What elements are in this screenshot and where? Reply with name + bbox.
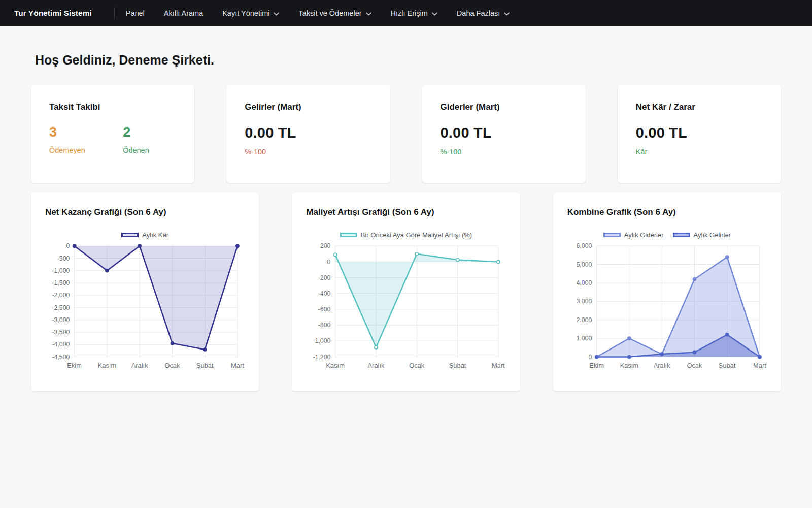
charts-row: Net Kazanç Grafiği (Son 6 Ay) Aylık Kâr … <box>31 192 781 391</box>
unpaid-label: Ödemeyen <box>49 146 123 154</box>
svg-text:Ekim: Ekim <box>67 362 82 369</box>
svg-text:0: 0 <box>66 242 70 249</box>
card-taksit-takibi: Taksit Takibi 3 Ödemeyen 2 Ödenen <box>31 85 194 183</box>
line-chart: -1,200-1,000-800-600-400-2000200KasımAra… <box>306 242 505 375</box>
svg-text:0: 0 <box>327 259 331 266</box>
legend-item[interactable]: Aylık Giderler <box>603 231 664 239</box>
chevron-down-icon <box>432 12 437 16</box>
chart-legend: Bir Önceki Aya Göre Maliyet Artışı (%) <box>306 231 505 239</box>
giderler-delta: %-100 <box>441 148 567 156</box>
legend-swatch <box>603 233 621 237</box>
chart-legend: Aylık Kâr <box>45 231 245 239</box>
card-title: Taksit Takibi <box>49 102 176 112</box>
chart-card-maliyet-artisi: Maliyet Artışı Grafiği (Son 6 Ay) Bir Ön… <box>292 192 520 391</box>
card-title: Giderler (Mart) <box>441 102 567 112</box>
svg-text:Mart: Mart <box>492 362 505 369</box>
svg-text:-1,000: -1,000 <box>52 267 70 274</box>
line-chart: 01,0002,0003,0004,0005,0006,000EkimKasım… <box>567 242 767 375</box>
svg-text:Mart: Mart <box>231 362 244 369</box>
nav-item-kayıt-yönetimi[interactable]: Kayıt Yönetimi <box>222 9 279 17</box>
svg-text:6,000: 6,000 <box>576 242 592 249</box>
svg-text:Ocak: Ocak <box>164 362 180 369</box>
svg-text:Şubat: Şubat <box>719 362 736 369</box>
legend-item[interactable]: Aylık Gelirler <box>673 231 731 239</box>
svg-text:-2,500: -2,500 <box>52 304 70 311</box>
svg-text:Ekim: Ekim <box>589 362 604 369</box>
chart-title: Kombine Grafik (Son 6 Ay) <box>567 207 767 217</box>
nav-item-taksit-ve-ödemeler[interactable]: Taksit ve Ödemeler <box>298 9 371 17</box>
svg-text:Şubat: Şubat <box>449 362 466 369</box>
svg-text:1,000: 1,000 <box>576 335 592 342</box>
svg-text:0: 0 <box>588 354 592 361</box>
svg-text:-4,000: -4,000 <box>52 341 70 348</box>
svg-text:Kasım: Kasım <box>98 362 116 369</box>
svg-text:Aralık: Aralık <box>653 362 670 369</box>
chart-card-net-kazanc: Net Kazanç Grafiği (Son 6 Ay) Aylık Kâr … <box>31 192 259 391</box>
nav-item-label: Daha Fazlası <box>457 9 500 17</box>
welcome-heading: Hoş Geldiniz, Deneme Şirketi. <box>35 53 781 68</box>
legend-item[interactable]: Aylık Kâr <box>121 231 168 239</box>
chevron-down-icon <box>366 12 371 16</box>
legend-swatch <box>121 233 139 237</box>
svg-text:5,000: 5,000 <box>576 261 592 268</box>
chart-title: Maliyet Artışı Grafiği (Son 6 Ay) <box>306 207 505 217</box>
legend-label: Aylık Giderler <box>624 231 664 239</box>
nav-divider <box>114 8 115 19</box>
nav-item-label: Hızlı Erişim <box>391 9 428 17</box>
chart-legend: Aylık GiderlerAylık Gelirler <box>567 231 767 239</box>
stats-row: Taksit Takibi 3 Ödemeyen 2 Ödenen Gelirl… <box>31 85 781 183</box>
svg-text:-200: -200 <box>318 274 331 281</box>
unpaid-count: 3 <box>49 124 123 140</box>
chevron-down-icon <box>504 12 510 16</box>
svg-text:Mart: Mart <box>753 362 766 369</box>
unpaid-column: 3 Ödemeyen <box>49 124 123 154</box>
svg-text:-1,000: -1,000 <box>313 337 331 344</box>
nav-menu: PanelAkıllı AramaKayıt YönetimiTaksit ve… <box>126 9 510 17</box>
svg-text:-2,000: -2,000 <box>52 292 70 299</box>
svg-text:-600: -600 <box>318 306 331 313</box>
legend-swatch <box>340 233 357 237</box>
svg-text:Şubat: Şubat <box>196 362 214 369</box>
nav-item-akıllı-arama[interactable]: Akıllı Arama <box>164 9 203 17</box>
chevron-down-icon <box>274 12 279 16</box>
svg-text:-4,500: -4,500 <box>52 354 70 361</box>
chart-title: Net Kazanç Grafiği (Son 6 Ay) <box>45 207 245 217</box>
svg-text:Aralık: Aralık <box>131 362 148 369</box>
svg-text:Ocak: Ocak <box>687 362 702 369</box>
net-value: 0.00 TL <box>636 124 763 141</box>
legend-swatch <box>673 233 690 237</box>
card-gelirler: Gelirler (Mart) 0.00 TL %-100 <box>226 85 390 183</box>
nav-item-label: Akıllı Arama <box>164 9 203 17</box>
legend-label: Aylık Gelirler <box>694 231 731 239</box>
legend-item[interactable]: Bir Önceki Aya Göre Maliyet Artışı (%) <box>340 231 472 239</box>
chart-card-kombine: Kombine Grafik (Son 6 Ay) Aylık Giderler… <box>553 192 781 391</box>
giderler-value: 0.00 TL <box>441 124 567 141</box>
nav-item-label: Taksit ve Ödemeler <box>298 9 361 17</box>
taksit-values: 3 Ödemeyen 2 Ödenen <box>49 124 176 154</box>
svg-text:-1,500: -1,500 <box>52 279 70 287</box>
svg-text:Ocak: Ocak <box>410 362 425 369</box>
app-title[interactable]: Tur Yönetimi Sistemi <box>14 9 92 18</box>
svg-text:200: 200 <box>320 242 331 249</box>
svg-text:2,000: 2,000 <box>576 316 592 324</box>
gelirler-delta: %-100 <box>245 148 371 156</box>
svg-text:-1,200: -1,200 <box>313 354 331 361</box>
svg-text:Kasım: Kasım <box>620 362 638 369</box>
legend-label: Aylık Kâr <box>142 231 168 239</box>
nav-item-hızlı-erişim[interactable]: Hızlı Erişim <box>391 9 437 17</box>
nav-item-daha-fazlası[interactable]: Daha Fazlası <box>457 9 510 17</box>
svg-text:-800: -800 <box>318 322 331 329</box>
svg-text:-3,000: -3,000 <box>52 316 70 324</box>
card-net-kar-zarar: Net Kâr / Zarar 0.00 TL Kâr <box>618 85 781 183</box>
paid-label: Ödenen <box>123 146 176 154</box>
nav-item-panel[interactable]: Panel <box>126 9 145 17</box>
legend-label: Bir Önceki Aya Göre Maliyet Artışı (%) <box>361 231 472 239</box>
svg-text:Kasım: Kasım <box>326 362 345 369</box>
svg-text:-400: -400 <box>318 290 331 297</box>
nav-item-label: Kayıt Yönetimi <box>222 9 269 17</box>
svg-text:3,000: 3,000 <box>576 298 592 305</box>
paid-count: 2 <box>123 124 176 140</box>
gelirler-value: 0.00 TL <box>245 124 371 141</box>
card-title: Gelirler (Mart) <box>245 102 371 112</box>
paid-column: 2 Ödenen <box>123 124 176 154</box>
